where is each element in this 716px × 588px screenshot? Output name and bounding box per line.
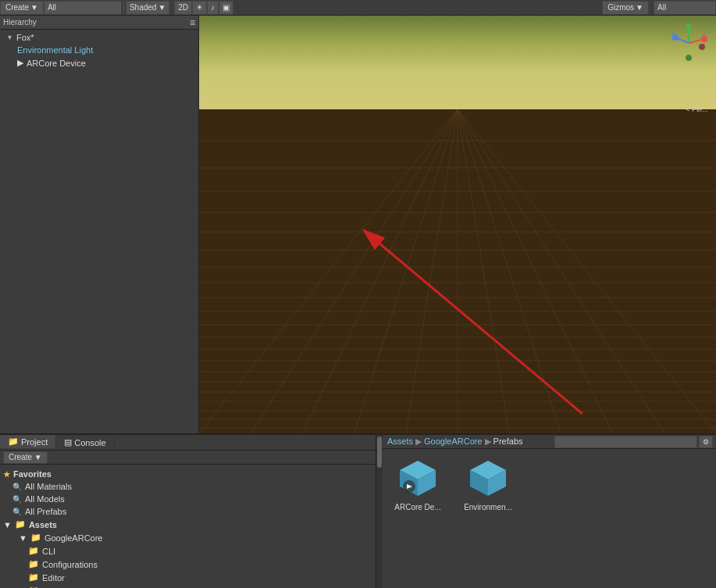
hierarchy-panel: Hierarchy ≡ ▼ Fox* Environmental Light ▶… (0, 16, 199, 433)
arcore-arrow: ▶ (17, 58, 23, 68)
create-button[interactable]: Create ▼ (0, 1, 44, 15)
separator1 (123, 2, 124, 14)
shading-dropdown[interactable]: Shaded ▼ (126, 1, 169, 15)
project-content: ★ Favorites 🔍 All Materials 🔍 All Models… (0, 465, 376, 588)
cli-folder-icon: 📁 (28, 546, 39, 556)
root-arrow: ▼ (6, 34, 13, 41)
assets-panel-top: Assets ▶ GoogleARCore ▶ Prefabs ⚙ (383, 435, 716, 449)
hierarchy-arcore-device[interactable]: ▶ ARCore Device (0, 56, 198, 69)
tree-item-all-materials[interactable]: 🔍 All Materials (0, 480, 376, 493)
main-area: Hierarchy ≡ ▼ Fox* Environmental Light ▶… (0, 16, 716, 433)
scene-grid-svg (199, 109, 716, 433)
assets-arrow-icon: ▼ (3, 520, 12, 529)
google-arcore-arrow: ▼ (19, 533, 27, 543)
asset-item-envlight[interactable]: Environmen... (461, 457, 515, 580)
scene-sky (199, 16, 716, 109)
project-tabs: 📁 Project ▤ Console (0, 435, 376, 451)
gizmos-area: Gizmos ▼ (602, 1, 716, 15)
project-tab-icon: 📁 (8, 437, 19, 447)
sun-icon: ☀ (196, 3, 203, 12)
svg-text:Y: Y (686, 23, 690, 27)
folder-editor[interactable]: 📁 Editor (0, 571, 376, 584)
gizmos-label: Gizmos (607, 3, 634, 12)
tree-item-all-models[interactable]: 🔍 All Models (0, 493, 376, 505)
folder-examples[interactable]: 📁 Examples (0, 584, 376, 588)
axis-gizmo: X Y Z (669, 23, 708, 62)
hierarchy-search-input[interactable] (44, 1, 122, 15)
hierarchy-menu-icon[interactable]: ≡ (190, 17, 195, 28)
favorites-star-icon: ★ (3, 470, 10, 479)
axis-gizmo-svg: X Y Z (669, 23, 708, 62)
hierarchy-title: Hierarchy (3, 18, 190, 27)
envlight-asset-icon (467, 457, 510, 500)
hierarchy-header: Hierarchy ≡ (0, 16, 198, 30)
assets-content: ARCore De... Environmen... (383, 449, 716, 588)
svg-line-30 (458, 109, 664, 433)
audio-icon: ♪ (211, 3, 215, 12)
image-icon: ▣ (223, 3, 230, 12)
project-create-button[interactable]: Create ▼ (3, 451, 48, 464)
2d-button[interactable]: 2D (174, 1, 192, 15)
hierarchy-env-light[interactable]: Environmental Light (0, 44, 198, 56)
asset-item-arcore[interactable]: ARCore De... (390, 457, 445, 580)
hierarchy-root[interactable]: ▼ Fox* (0, 31, 198, 44)
persp-label: < Per... (686, 105, 708, 113)
folder-cli[interactable]: 📁 CLI (0, 544, 376, 558)
assets-folder-icon: 📁 (15, 519, 26, 529)
top-toolbar: Create ▼ Shaded ▼ 2D ☀ ♪ ▣ Gizmos ▼ (0, 0, 716, 16)
assets-options-button[interactable]: ⚙ (699, 436, 713, 448)
svg-text:X: X (702, 32, 706, 37)
svg-line-21 (199, 109, 458, 433)
envlight-asset-label: Environmen... (464, 503, 512, 511)
bottom-area: 📁 Project ▤ Console Create ▼ ★ Favorites (0, 433, 716, 588)
assets-breadcrumb: Assets ▶ GoogleARCore ▶ Prefabs (383, 435, 551, 449)
svg-line-24 (354, 109, 458, 433)
tab-project[interactable]: 📁 Project (0, 435, 56, 450)
svg-line-23 (302, 109, 458, 433)
breadcrumb-prefabs: Prefabs (493, 437, 523, 446)
env-light-label: Environmental Light (17, 45, 93, 55)
google-arcore-label: GoogleARCore (45, 533, 103, 543)
svg-line-28 (458, 109, 561, 433)
assets-search-input[interactable] (554, 436, 698, 448)
cli-label: CLI (42, 547, 55, 556)
console-tab-icon: ▤ (64, 437, 72, 447)
gizmos-search-input[interactable] (654, 1, 716, 15)
google-arcore-folder-icon: 📁 (30, 533, 41, 543)
gizmos-button[interactable]: Gizmos ▼ (602, 1, 649, 15)
folder-configurations[interactable]: 📁 Configurations (0, 558, 376, 571)
svg-line-27 (458, 109, 509, 433)
scene-view[interactable]: X Y Z < Per... (199, 16, 716, 433)
editor-folder-icon: 📁 (28, 572, 39, 583)
tree-item-all-prefabs[interactable]: 🔍 All Prefabs (0, 505, 376, 518)
vertical-scrollbar[interactable] (376, 435, 383, 588)
project-tree: ★ Favorites 🔍 All Materials 🔍 All Models… (0, 465, 376, 588)
svg-point-43 (699, 44, 705, 50)
image-icon-button[interactable]: ▣ (219, 1, 233, 15)
audio-icon-button[interactable]: ♪ (207, 1, 219, 15)
editor-label: Editor (42, 573, 65, 583)
svg-text:Z: Z (671, 31, 675, 37)
breadcrumb-assets[interactable]: Assets (387, 437, 413, 446)
project-create-label: Create ▼ (9, 453, 42, 461)
all-models-label: All Models (25, 494, 65, 504)
tab-console[interactable]: ▤ Console (56, 435, 114, 450)
svg-line-22 (251, 109, 458, 433)
search-icon-prefabs: 🔍 (12, 508, 22, 516)
breadcrumb-google[interactable]: GoogleARCore (424, 437, 483, 446)
arcore-asset-icon (397, 457, 440, 500)
breadcrumb-sep1: ▶ (415, 437, 422, 447)
hierarchy-content: ▼ Fox* Environmental Light ▶ ARCore Devi… (0, 30, 198, 433)
sun-icon-button[interactable]: ☀ (192, 1, 207, 15)
google-arcore-folder[interactable]: ▼ 📁 GoogleARCore (0, 531, 376, 544)
arcore-device-label: ARCore Device (27, 59, 86, 68)
envlight-cube-svg (467, 457, 510, 500)
search-icon-materials: 🔍 (12, 483, 22, 491)
arcore-cube-svg (397, 457, 440, 500)
favorites-label: Favorites (13, 469, 52, 479)
assets-label: Assets (29, 520, 57, 529)
assets-header[interactable]: ▼ 📁 Assets (0, 518, 376, 531)
configurations-folder-icon: 📁 (28, 559, 39, 569)
breadcrumb-sep2: ▶ (485, 437, 491, 447)
favorites-header[interactable]: ★ Favorites (0, 468, 376, 480)
